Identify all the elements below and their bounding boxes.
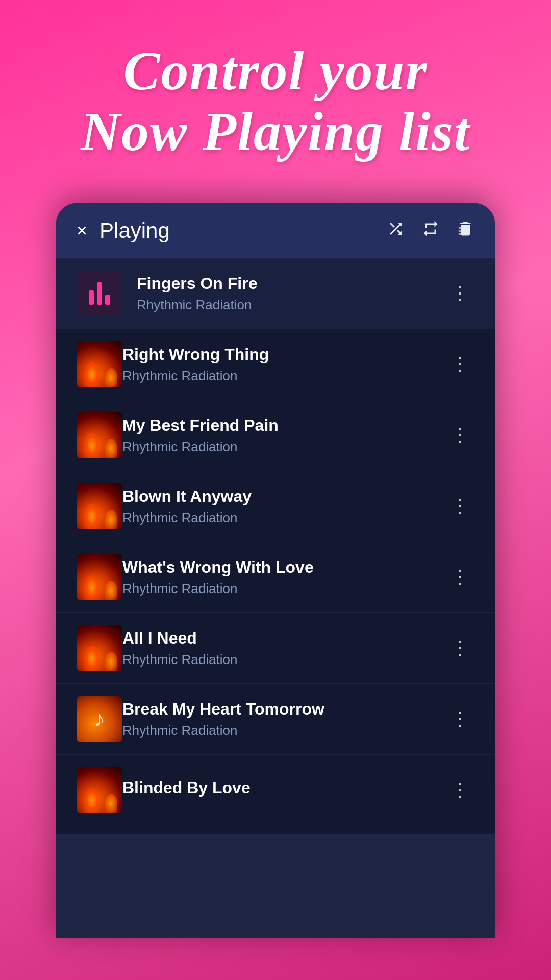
song-info: Blinded By Love [122, 778, 445, 801]
album-art [77, 341, 122, 387]
song-artist: Rhythmic Radiation [122, 368, 445, 384]
song-title: My Best Friend Pain [122, 416, 445, 435]
list-item[interactable]: What's Wrong With Love Rhythmic Radiatio… [56, 542, 495, 613]
song-artist: Rhythmic Radiation [137, 297, 445, 313]
song-title: What's Wrong With Love [122, 558, 445, 577]
song-more-button[interactable]: ⋮ [445, 350, 474, 379]
song-title: Break My Heart Tomorrow [122, 700, 445, 719]
song-artist: Rhythmic Radiation [122, 652, 445, 668]
svg-rect-0 [459, 227, 463, 229]
song-title: Right Wrong Thing [122, 345, 445, 364]
svg-rect-1 [459, 230, 463, 232]
song-artist: Rhythmic Radiation [122, 510, 445, 526]
song-title: Blinded By Love [122, 778, 445, 797]
album-art [77, 696, 122, 742]
song-list: Fingers On Fire Rhythmic Radiation ⋮ Rig… [56, 258, 495, 834]
now-playing-indicator [77, 271, 122, 316]
album-art [77, 483, 122, 529]
song-more-button[interactable]: ⋮ [445, 633, 474, 663]
bar-2 [97, 282, 102, 305]
list-item[interactable]: My Best Friend Pain Rhythmic Radiation ⋮ [56, 400, 495, 471]
song-more-button[interactable]: ⋮ [445, 775, 474, 805]
header-section: Control your Now Playing list [0, 0, 551, 193]
song-more-button[interactable]: ⋮ [445, 704, 474, 734]
bar-1 [89, 290, 94, 305]
album-art [77, 412, 122, 458]
list-item[interactable]: All I Need Rhythmic Radiation ⋮ [56, 613, 495, 684]
song-info: Break My Heart Tomorrow Rhythmic Radiati… [122, 700, 445, 739]
list-item[interactable]: Right Wrong Thing Rhythmic Radiation ⋮ [56, 329, 495, 400]
list-item[interactable]: Break My Heart Tomorrow Rhythmic Radiati… [56, 684, 495, 755]
song-info: My Best Friend Pain Rhythmic Radiation [122, 416, 445, 455]
toolbar-actions [387, 219, 474, 242]
song-more-button[interactable]: ⋮ [445, 562, 474, 592]
song-title: All I Need [122, 629, 445, 648]
clear-list-icon[interactable] [456, 219, 474, 242]
song-more-button[interactable]: ⋮ [445, 279, 474, 308]
repeat-icon[interactable] [421, 219, 440, 242]
song-more-button[interactable]: ⋮ [445, 492, 474, 521]
bar-3 [105, 295, 110, 305]
svg-rect-2 [459, 233, 463, 235]
album-art [77, 554, 122, 600]
toolbar-title: Playing [99, 218, 387, 243]
close-button[interactable]: × [77, 220, 87, 241]
album-art [77, 767, 122, 813]
shuffle-icon[interactable] [387, 219, 405, 242]
song-artist: Rhythmic Radiation [122, 723, 445, 739]
album-art [77, 625, 122, 671]
song-info: All I Need Rhythmic Radiation [122, 629, 445, 668]
song-artist: Rhythmic Radiation [122, 581, 445, 597]
song-info: What's Wrong With Love Rhythmic Radiatio… [122, 558, 445, 597]
song-info: Right Wrong Thing Rhythmic Radiation [122, 345, 445, 384]
song-artist: Rhythmic Radiation [122, 439, 445, 455]
list-item[interactable]: Fingers On Fire Rhythmic Radiation ⋮ [56, 258, 495, 329]
app-container: × Playing [56, 203, 495, 938]
page-title: Control your Now Playing list [31, 41, 520, 162]
song-title: Blown It Anyway [122, 487, 445, 506]
song-info: Blown It Anyway Rhythmic Radiation [122, 487, 445, 526]
song-info: Fingers On Fire Rhythmic Radiation [137, 274, 445, 313]
song-title: Fingers On Fire [137, 274, 445, 293]
list-item[interactable]: Blinded By Love ⋮ [56, 755, 495, 834]
toolbar: × Playing [56, 203, 495, 258]
song-more-button[interactable]: ⋮ [445, 421, 474, 450]
list-item[interactable]: Blown It Anyway Rhythmic Radiation ⋮ [56, 471, 495, 542]
